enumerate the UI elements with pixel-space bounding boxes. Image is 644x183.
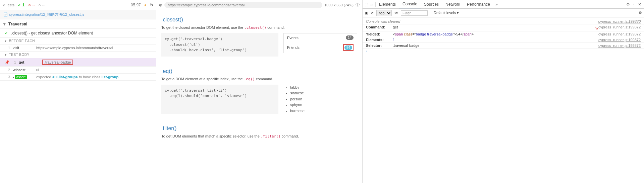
cat-list: tabby siamese persian sphynx burmese — [283, 85, 357, 114]
section-label: TEST BODY — [9, 53, 30, 57]
caret-down-icon: ▾ — [5, 53, 7, 57]
source-link[interactable]: cypress_runner.js:199872 — [598, 32, 641, 36]
sidebar-toggle-icon[interactable]: ▣ — [365, 11, 368, 15]
console-line: Elements: 1 cypress_runner.js:199872 — [363, 37, 644, 43]
test-body-header[interactable]: ▾ TEST BODY — [0, 52, 156, 58]
fail-count: ✕ -- — [28, 3, 35, 7]
test-name: .closest() - get closest ancestor DOM el… — [11, 31, 93, 35]
cypress-runner-panel: < Tests ✓ 1 ✕ -- ○ -- 05.97 ● ↻ 📄 cypres… — [0, 0, 156, 183]
levels-select[interactable]: Default levels ▾ — [434, 11, 459, 15]
suite-title[interactable]: ▾ Traversal — [0, 19, 156, 29]
tab-network[interactable]: Network — [442, 1, 464, 8]
cmd-name: - assert — [13, 75, 36, 79]
command-row[interactable]: 2 -closest ul — [0, 67, 156, 74]
cmd-arg: expected <ul.list-group> to have class l… — [36, 75, 118, 79]
devtools-tabs: ⬚ ▭ Elements Console Sources Network Per… — [363, 0, 644, 9]
closest-desc: To get the closest ancestor DOM element,… — [161, 25, 357, 30]
app-preview-panel: ⊕ https://example.cypress.io/commands/tr… — [156, 0, 363, 183]
before-each-header[interactable]: ▾ BEFORE EACH — [0, 38, 156, 44]
inspect-icon[interactable]: ⬚ — [365, 2, 368, 7]
console-line: Command: get ↘ cypress_runner.js:199872 — [363, 24, 644, 31]
source-link[interactable]: cypress_runner.js:199872 — [598, 25, 641, 30]
console-prompt[interactable]: › — [363, 49, 644, 54]
file-icon: 📄 — [3, 12, 8, 16]
viewport-info: 1000 x 660 (74%) — [324, 3, 354, 7]
tab-sources[interactable]: Sources — [421, 1, 442, 8]
cmd-number: 1 — [11, 60, 16, 64]
console-body: Console was cleared cypress_runner.js:19… — [363, 17, 644, 183]
filter-input[interactable] — [401, 10, 428, 16]
list-item-label: Events — [287, 36, 299, 40]
list-group: Events 14 Friends 54 — [283, 33, 357, 57]
url-display[interactable]: https://example.cypress.io/commands/trav… — [164, 2, 322, 8]
cmd-name: visit — [13, 46, 36, 50]
eq-example: cy.get('.traversal-list>li') .eq(1).shou… — [161, 85, 357, 114]
source-link[interactable]: cypress_runner.js:199880 — [598, 19, 641, 23]
selector-playground-icon[interactable]: ⊕ — [159, 3, 162, 7]
code-block: cy.get('.traversal-list>li') .eq(1).shou… — [161, 85, 278, 114]
eq-desc: To get a DOM element at a specific index… — [161, 77, 357, 81]
back-link[interactable]: < Tests — [3, 3, 14, 7]
pass-count: ✓ 1 — [18, 3, 24, 7]
context-select[interactable]: top — [376, 10, 392, 16]
console-value[interactable]: <span class="badge traversal-badge">54</… — [393, 32, 598, 36]
badge: 54 — [344, 45, 352, 50]
more-icon[interactable]: ⋮ — [632, 2, 636, 7]
console-line: Console was cleared cypress_runner.js:19… — [363, 19, 644, 24]
list-item: sphynx — [290, 102, 357, 108]
source-link[interactable]: cypress_runner.js:199872 — [598, 38, 641, 42]
check-icon: ✓ — [5, 31, 8, 35]
file-path-text: cypress\integration\12_辅助方法\12_closest.j… — [9, 12, 84, 16]
console-line: Yielded: <span class="badge traversal-ba… — [363, 31, 644, 37]
filter-desc: To get DOM elements that match a specifi… — [161, 134, 357, 139]
restart-icon[interactable]: ↻ — [150, 3, 153, 7]
test-item[interactable]: ✓ .closest() - get closest ancestor DOM … — [0, 29, 156, 38]
arrow-annotation-icon: ↘ — [594, 25, 598, 30]
pending-count: ○ -- — [38, 3, 45, 7]
preview-content: .closest() To get the closest ancestor D… — [156, 10, 362, 183]
list-item: tabby — [290, 85, 357, 91]
close-icon[interactable]: ✕ — [638, 2, 641, 7]
command-row[interactable]: 1 visit https://example.cypress.io/comma… — [0, 44, 156, 52]
info-icon[interactable]: ⓘ — [356, 2, 360, 8]
source-link[interactable]: cypress_runner.js:199872 — [598, 43, 641, 48]
tab-performance[interactable]: Performance — [464, 1, 493, 8]
url-bar: ⊕ https://example.cypress.io/commands/tr… — [156, 0, 362, 10]
device-icon[interactable]: ▭ — [370, 2, 373, 7]
command-row[interactable]: 3 - assert expected <ul.list-group> to h… — [0, 74, 156, 81]
list-item: burmese — [290, 108, 357, 114]
console-label: Command: — [366, 25, 393, 30]
devtools-left-icons: ⬚ ▭ — [363, 2, 376, 7]
cmd-arg: https://example.cypress.io/commands/trav… — [36, 46, 113, 50]
command-row-selected[interactable]: 📌 1 get .traversal-badge — [0, 58, 156, 67]
eye-icon[interactable]: 👁 — [394, 11, 398, 15]
cmd-name: -closest — [13, 68, 36, 72]
cmd-number: 2 — [5, 68, 10, 72]
tab-console[interactable]: Console — [399, 0, 421, 8]
console-label: Yielded: — [366, 32, 393, 36]
devtools-panel: ⬚ ▭ Elements Console Sources Network Per… — [363, 0, 644, 183]
settings-icon[interactable]: ⚙ — [626, 2, 630, 7]
console-toolbar: ▣ ⊘ top 👁 Default levels ▾ ⚙ — [363, 9, 644, 17]
closest-example: cy.get('.traversal-badge') .closest('ul'… — [161, 33, 357, 57]
status-dot-icon: ● — [144, 3, 147, 7]
closest-title: .closest() — [161, 17, 357, 23]
section-label: BEFORE EACH — [9, 39, 35, 43]
highlighted-arg: .traversal-badge — [42, 60, 73, 65]
file-path[interactable]: 📄 cypress\integration\12_辅助方法\12_closest… — [0, 10, 156, 19]
highlighted-badge-box: 54 — [343, 44, 354, 51]
console-value: .traversal-badge — [393, 43, 598, 48]
console-msg: Console was cleared — [366, 19, 400, 23]
caret-down-icon: ▾ — [3, 21, 6, 26]
cmd-name: get — [19, 60, 42, 64]
list-item: siamese — [290, 90, 357, 96]
console-label: Elements: — [366, 38, 393, 42]
pin-icon: 📌 — [5, 60, 9, 65]
cmd-number: 3 — [5, 75, 10, 79]
code-block: cy.get('.traversal-badge') .closest('ul'… — [161, 33, 278, 57]
settings-icon[interactable]: ⚙ — [639, 11, 642, 15]
tab-elements[interactable]: Elements — [376, 1, 399, 8]
more-tabs-icon[interactable]: » — [493, 2, 500, 7]
clear-console-icon[interactable]: ⊘ — [371, 11, 374, 15]
cmd-arg: ul — [36, 68, 39, 72]
